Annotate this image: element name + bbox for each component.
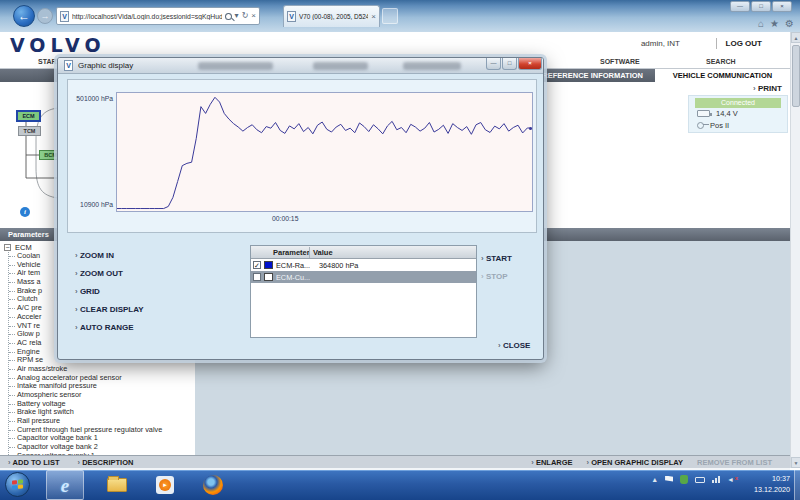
volvo-logo: VOLVO: [10, 34, 106, 56]
network-signal-icon[interactable]: [712, 476, 720, 483]
minimize-icon[interactable]: —: [730, 1, 750, 12]
y-axis-min-label: 10900 hPa: [74, 201, 113, 208]
back-icon[interactable]: ←: [13, 5, 35, 27]
tab-favicon: V: [287, 11, 296, 22]
window-controls: — □ ×: [730, 1, 792, 12]
tab-close-icon[interactable]: ×: [371, 13, 376, 21]
app-header: VOLVO admin, INT LOG OUT: [0, 32, 790, 56]
tray-expand-icon[interactable]: ▲: [651, 476, 658, 483]
connected-badge: Connected: [695, 98, 781, 108]
parameter-name: ECM-Cu...: [276, 273, 311, 282]
action-center-flag-icon[interactable]: [665, 476, 673, 484]
screen: ← → V http://localhost/Vida/Login.do;jse…: [0, 0, 800, 500]
open-graphic-display-button[interactable]: OPEN GRAPHIC DISPLAY: [587, 458, 683, 467]
table-row[interactable]: ✓ ECM-Ra... 364800 hPa: [251, 259, 476, 271]
column-divider: [309, 247, 310, 258]
close-icon[interactable]: ×: [772, 1, 792, 12]
y-axis-max-label: 501000 hPa: [70, 95, 113, 102]
battery-voltage-row: 14,4 V: [697, 109, 738, 118]
description-button[interactable]: DESCRIPTION: [78, 458, 134, 467]
plot-checkbox-checked[interactable]: ✓: [253, 261, 261, 269]
dialog-titlebar[interactable]: V Graphic display — □ ×: [58, 58, 543, 74]
start-button-orb[interactable]: [5, 472, 30, 497]
search-icon[interactable]: [225, 13, 232, 20]
start-button[interactable]: START: [481, 254, 512, 263]
logged-in-user: admin, INT: [641, 39, 680, 48]
tab-software[interactable]: SOFTWARE: [600, 58, 640, 65]
stop-button: STOP: [481, 272, 508, 281]
taskbar-clock[interactable]: 10:37 13.12.2020: [738, 473, 790, 495]
system-tray: ▲ ◄x: [651, 475, 734, 484]
scroll-down-icon[interactable]: ▼: [791, 457, 800, 468]
favorites-icon[interactable]: ★: [770, 18, 779, 29]
taskbar-ie-button[interactable]: e: [46, 470, 84, 500]
print-button[interactable]: PRINT: [753, 84, 782, 93]
pressure-plot-svg: [117, 93, 532, 211]
browser-command-icons: ⌂ ★ ⚙: [758, 18, 794, 29]
graph-control-button[interactable]: GRID: [75, 287, 225, 305]
dialog-close-icon[interactable]: ×: [518, 58, 542, 70]
browser-tab[interactable]: V V70 (00-08), 2005, D5244T, ... ×: [283, 5, 380, 27]
enlarge-button[interactable]: ENLARGE: [531, 458, 572, 467]
titlebar-glass-reflection: [198, 62, 273, 70]
url-text[interactable]: http://localhost/Vida/Login.do;jsessioni…: [72, 13, 222, 20]
dropdown-icon[interactable]: ▾: [235, 12, 239, 20]
info-icon[interactable]: i: [20, 207, 30, 217]
battery-icon: [697, 110, 710, 117]
maximize-icon[interactable]: □: [751, 1, 771, 12]
table-row-selected[interactable]: ECM-Cu...: [251, 271, 476, 283]
parameter-value-table: Parameter Value ✓ ECM-Ra... 364800 hPa E…: [250, 245, 477, 338]
dialog-minimize-icon[interactable]: —: [486, 58, 501, 70]
logout-button[interactable]: LOG OUT: [716, 38, 762, 49]
firefox-icon: [203, 475, 223, 495]
scroll-up-icon[interactable]: ▲: [791, 32, 800, 43]
module-tcm[interactable]: TCM: [18, 126, 41, 136]
new-tab-button[interactable]: [382, 8, 398, 24]
scrollbar-thumb[interactable]: [792, 45, 800, 107]
graph-control-button[interactable]: CLEAR DISPLAY: [75, 305, 225, 323]
module-ecm[interactable]: ECM: [16, 110, 41, 122]
folder-icon: [107, 478, 127, 492]
graph-control-button[interactable]: ZOOM OUT: [75, 269, 225, 287]
graph-control-button[interactable]: ZOOM IN: [75, 251, 225, 269]
taskbar-media-player-button[interactable]: ▸: [148, 473, 182, 497]
parameter-name: ECM-Ra...: [276, 261, 311, 270]
collapse-icon[interactable]: −: [4, 244, 11, 251]
address-bar[interactable]: V http://localhost/Vida/Login.do;jsessio…: [56, 7, 260, 25]
stop-icon[interactable]: ×: [251, 12, 256, 20]
titlebar-glass-reflection: [403, 62, 461, 70]
forward-icon[interactable]: →: [37, 8, 53, 24]
show-desktop-button[interactable]: [794, 470, 800, 500]
browser-chrome: ← → V http://localhost/Vida/Login.do;jse…: [0, 0, 800, 32]
column-value: Value: [313, 248, 333, 257]
tab-title: V70 (00-08), 2005, D5244T, ...: [299, 13, 368, 20]
tray-battery-icon[interactable]: [695, 477, 705, 483]
refresh-icon[interactable]: ↻: [242, 12, 249, 20]
internet-explorer-icon: e: [61, 476, 69, 495]
graph-control-button[interactable]: AUTO RANGE: [75, 323, 225, 341]
series-color-swatch: [264, 261, 273, 269]
home-icon[interactable]: ⌂: [758, 18, 764, 29]
tab-search[interactable]: SEARCH: [706, 58, 736, 65]
pressure-plot: [116, 92, 533, 212]
titlebar-glass-reflection: [313, 62, 368, 70]
tab-reference-information[interactable]: REFERENCE INFORMATION: [542, 71, 643, 80]
volume-muted-icon[interactable]: ◄x: [727, 476, 734, 483]
connection-status-panel: Connected 14,4 V Pos II: [688, 95, 788, 133]
parameter-value: 364800 hPa: [314, 261, 358, 270]
tools-icon[interactable]: ⚙: [785, 18, 794, 29]
dialog-maximize-icon[interactable]: □: [502, 58, 517, 70]
key-position: Pos II: [710, 121, 729, 130]
tab-vehicle-communication[interactable]: VEHICLE COMMUNICATION: [655, 69, 790, 82]
page-scrollbar[interactable]: ▲ ▼: [790, 32, 800, 468]
plot-checkbox-unchecked[interactable]: [253, 273, 261, 281]
graph-panel: 501000 hPa 10900 hPa 00:00:15: [67, 79, 537, 233]
taskbar-explorer-button[interactable]: [100, 473, 134, 497]
media-player-icon: ▸: [156, 476, 174, 494]
bottom-action-bar: ADD TO LIST DESCRIPTION ENLARGE OPEN GRA…: [0, 455, 790, 468]
close-button[interactable]: CLOSE: [498, 341, 530, 350]
graph-control-buttons: ZOOM IN ZOOM OUT GRID CLEAR DISPLAY AUTO…: [75, 251, 225, 341]
taskbar-firefox-button[interactable]: [196, 473, 230, 497]
security-shield-icon[interactable]: [680, 475, 688, 484]
add-to-list-button[interactable]: ADD TO LIST: [8, 458, 60, 467]
